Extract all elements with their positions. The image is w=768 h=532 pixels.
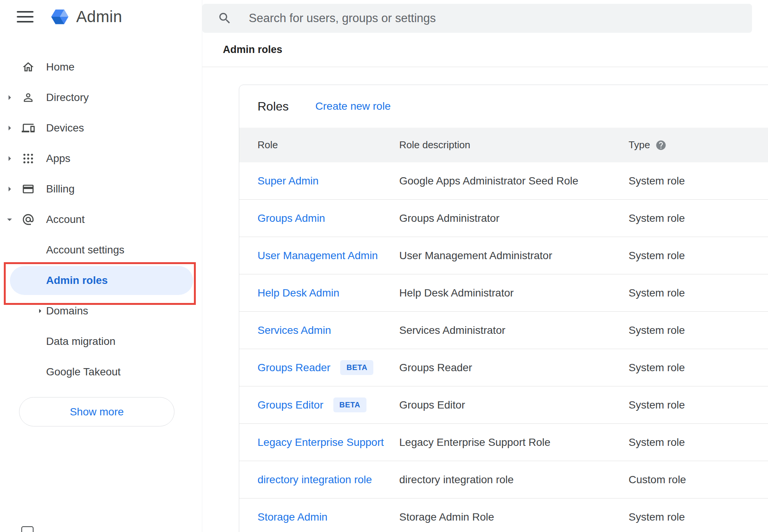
role-description-cell: Google Apps Administrator Seed Role xyxy=(399,175,629,187)
sidebar-item-label: Billing xyxy=(46,183,75,195)
role-link[interactable]: Groups Reader xyxy=(258,362,330,374)
sidebar-item-apps[interactable]: Apps xyxy=(0,143,202,174)
column-header-type: Type xyxy=(629,139,650,151)
breadcrumb: Admin roles xyxy=(223,33,282,67)
role-description-cell: Services Administrator xyxy=(399,324,629,337)
column-header-description: Role description xyxy=(399,139,629,151)
role-link[interactable]: Help Desk Admin xyxy=(258,287,339,299)
expand-right-icon xyxy=(35,306,46,316)
sidebar-item-account[interactable]: Account xyxy=(0,204,202,235)
sidebar-item-label: Devices xyxy=(46,122,84,134)
beta-badge: BETA xyxy=(333,397,366,412)
sidebar-subnav: Account settingsAdmin rolesDomainsData m… xyxy=(0,235,202,387)
role-link[interactable]: Legacy Enterprise Support xyxy=(258,436,384,449)
help-icon[interactable] xyxy=(655,139,667,151)
sidebar-item-label: Account settings xyxy=(46,244,124,256)
table-row: Storage AdminStorage Admin RoleSystem ro… xyxy=(239,498,768,532)
role-link[interactable]: directory integration role xyxy=(258,474,372,486)
sidebar-item-label: Apps xyxy=(46,152,70,165)
role-cell: directory integration role xyxy=(258,474,399,486)
role-link[interactable]: User Management Admin xyxy=(258,250,378,262)
sidebar: Admin HomeDirectoryDevicesAppsBillingAcc… xyxy=(0,0,202,532)
beta-badge: BETA xyxy=(340,360,373,375)
main-content: Admin roles Roles Create new role Role R… xyxy=(202,0,768,532)
role-link[interactable]: Groups Editor xyxy=(258,399,323,411)
role-description-cell: directory integration role xyxy=(399,474,629,486)
role-cell: Super Admin xyxy=(258,175,399,187)
role-type-cell: System role xyxy=(629,399,768,411)
table-row: Groups EditorBETAGroups EditorSystem rol… xyxy=(239,386,768,424)
role-link[interactable]: Super Admin xyxy=(258,175,318,187)
role-description-cell: Groups Administrator xyxy=(399,212,629,224)
expand-right-icon xyxy=(0,113,19,143)
role-description-cell: Legacy Enterprise Support Role xyxy=(399,436,629,449)
role-cell: Help Desk Admin xyxy=(258,287,399,299)
sidebar-nav: HomeDirectoryDevicesAppsBillingAccount xyxy=(0,52,202,235)
role-type-cell: System role xyxy=(629,511,768,523)
role-type-cell: System role xyxy=(629,175,768,187)
search-icon xyxy=(218,11,232,26)
sidebar-item-label: Data migration xyxy=(46,335,115,348)
sidebar-item-directory[interactable]: Directory xyxy=(0,82,202,113)
sidebar-item-home[interactable]: Home xyxy=(0,52,202,82)
home-icon xyxy=(22,61,35,74)
expand-right-icon xyxy=(0,174,19,204)
search-bar[interactable] xyxy=(202,4,752,33)
create-new-role-link[interactable]: Create new role xyxy=(315,100,391,112)
sidebar-item-data-migration[interactable]: Data migration xyxy=(0,326,202,357)
role-description-cell: Help Desk Administrator xyxy=(399,287,629,299)
table-row: directory integration roledirectory inte… xyxy=(239,461,768,498)
search-input[interactable] xyxy=(249,11,706,25)
sidebar-item-domains[interactable]: Domains xyxy=(0,296,202,326)
role-cell: Groups Admin xyxy=(258,212,399,224)
role-description-cell: User Management Administrator xyxy=(399,250,629,262)
role-cell: Groups EditorBETA xyxy=(258,397,399,412)
sidebar-item-label: Home xyxy=(46,61,75,73)
sidebar-header: Admin xyxy=(0,0,202,34)
sidebar-item-billing[interactable]: Billing xyxy=(0,174,202,204)
role-cell: User Management Admin xyxy=(258,250,399,262)
role-description-cell: Groups Editor xyxy=(399,399,629,411)
roles-card: Roles Create new role Role Role descript… xyxy=(239,85,768,532)
table-row: Super AdminGoogle Apps Administrator See… xyxy=(239,162,768,200)
sidebar-item-google-takeout[interactable]: Google Takeout xyxy=(0,357,202,387)
admin-logo-icon xyxy=(50,6,70,27)
role-type-cell: System role xyxy=(629,287,768,299)
person-icon xyxy=(22,91,35,104)
sidebar-item-devices[interactable]: Devices xyxy=(0,113,202,143)
role-description-cell: Groups Reader xyxy=(399,362,629,374)
show-more-button[interactable]: Show more xyxy=(19,397,174,426)
roles-card-header: Roles Create new role xyxy=(239,85,768,128)
table-body: Super AdminGoogle Apps Administrator See… xyxy=(239,162,768,532)
table-row: Groups AdminGroups AdministratorSystem r… xyxy=(239,200,768,237)
role-type-cell: System role xyxy=(629,362,768,374)
sidebar-item-label: Admin roles xyxy=(46,274,108,287)
app-title: Admin xyxy=(76,8,122,26)
table-header-row: Role Role description Type xyxy=(239,128,768,162)
header-divider xyxy=(202,67,768,67)
sidebar-item-admin-roles[interactable]: Admin roles xyxy=(10,266,193,295)
table-row: Groups ReaderBETAGroups ReaderSystem rol… xyxy=(239,349,768,386)
sidebar-item-account-settings[interactable]: Account settings xyxy=(0,235,202,265)
menu-icon[interactable] xyxy=(17,10,34,23)
table-row: User Management AdminUser Management Adm… xyxy=(239,237,768,274)
role-link[interactable]: Groups Admin xyxy=(258,212,325,224)
sidebar-item-label: Google Takeout xyxy=(46,366,121,378)
role-link[interactable]: Services Admin xyxy=(258,324,331,337)
role-link[interactable]: Storage Admin xyxy=(258,511,328,523)
role-type-cell: System role xyxy=(629,250,768,262)
table-row: Legacy Enterprise SupportLegacy Enterpri… xyxy=(239,424,768,461)
card-icon xyxy=(22,183,35,195)
feedback-icon[interactable] xyxy=(21,526,34,532)
devices-icon xyxy=(22,122,35,135)
role-type-cell: System role xyxy=(629,324,768,337)
role-cell: Services Admin xyxy=(258,324,399,337)
at-icon xyxy=(22,213,35,226)
expand-right-icon xyxy=(0,143,19,174)
collapse-down-icon xyxy=(0,204,19,235)
table-row: Services AdminServices AdministratorSyst… xyxy=(239,312,768,349)
table-row: Help Desk AdminHelp Desk AdministratorSy… xyxy=(239,274,768,312)
card-title: Roles xyxy=(258,99,289,114)
column-header-role: Role xyxy=(258,139,399,151)
apps-icon xyxy=(22,152,35,165)
